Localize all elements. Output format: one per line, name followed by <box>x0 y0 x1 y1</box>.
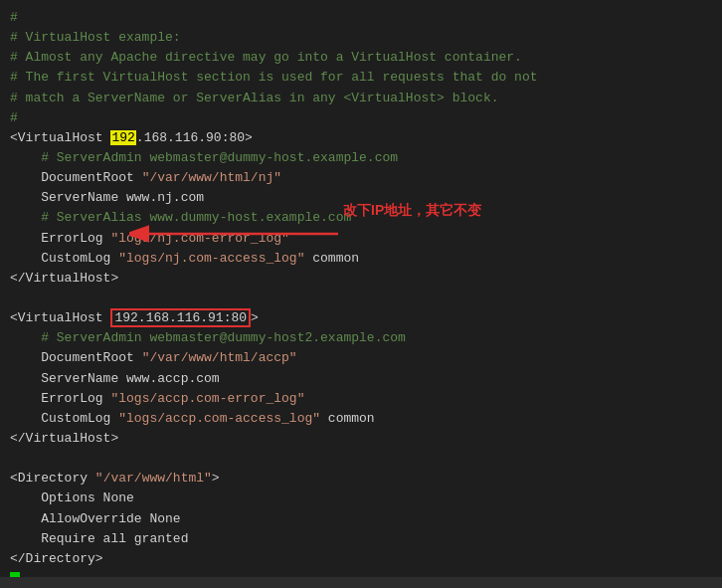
bottom-bar <box>0 577 722 588</box>
line-16: <VirtualHost 192.168.116.91:80> <box>10 308 712 328</box>
line-22: </VirtualHost> <box>10 429 712 449</box>
annotation-text: 改下IP地址，其它不变 <box>343 202 481 220</box>
line-23 <box>10 449 712 469</box>
annotation-arrow <box>129 214 428 254</box>
line-4: # The first VirtualHost section is used … <box>10 68 712 88</box>
line-25: Options None <box>10 489 712 508</box>
code-editor: # # VirtualHost example: # Almost any Ap… <box>0 0 722 588</box>
line-19: ServerName www.accp.com <box>10 369 712 389</box>
ip-highlight-box: 192.168.116.91:80 <box>110 308 251 327</box>
line-20: ErrorLog "logs/accp.com-error_log" <box>10 389 712 409</box>
line-3: # Almost any Apache directive may go int… <box>10 48 712 68</box>
line-21: CustomLog "logs/accp.com-access_log" com… <box>10 409 712 429</box>
line-28: </Directory> <box>10 549 712 569</box>
line-24: <Directory "/var/www/html"> <box>10 469 712 489</box>
line-26: AllowOverride None <box>10 509 712 529</box>
annotation-group <box>129 214 428 258</box>
line-5: # match a ServerName or ServerAlias in a… <box>10 89 712 108</box>
line-15 <box>10 289 712 308</box>
line-27: Require all granted <box>10 529 712 549</box>
line-18: DocumentRoot "/var/www/html/accp" <box>10 348 712 368</box>
line-7: <VirtualHost 192.168.116.90:80> <box>10 128 712 148</box>
ip-highlight-1: 192 <box>110 130 135 145</box>
line-6: # <box>10 108 712 128</box>
line-2: # VirtualHost example: <box>10 28 712 48</box>
line-14: </VirtualHost> <box>10 269 712 289</box>
line-1: # <box>10 8 712 28</box>
line-8: # ServerAdmin webmaster@dummy-host.examp… <box>10 148 712 168</box>
line-9: DocumentRoot "/var/www/html/nj" <box>10 168 712 188</box>
line-17: # ServerAdmin webmaster@dummy-host2.exam… <box>10 328 712 348</box>
